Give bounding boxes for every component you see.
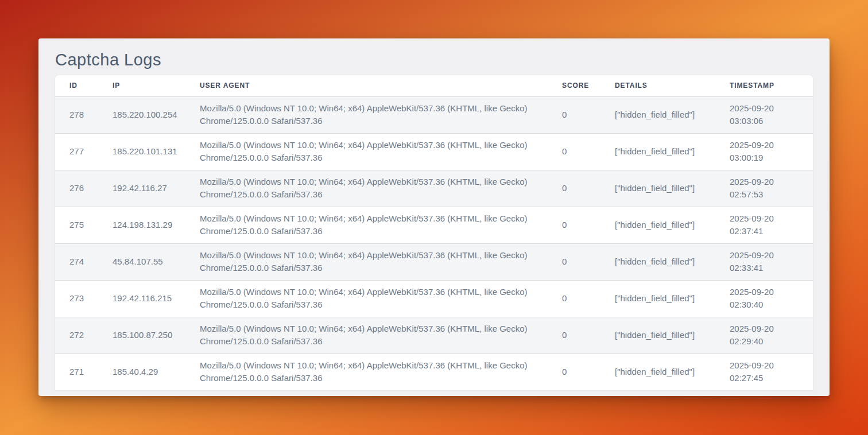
cell-id: 277: [55, 133, 98, 170]
cell-timestamp: 2025-09-20 02:37:41: [715, 207, 813, 243]
column-header-ip: IP: [98, 75, 185, 96]
table-row: 278185.220.100.254Mozilla/5.0 (Windows N…: [55, 96, 813, 133]
logs-table: IDIPUSER AGENTSCOREDETAILSTIMESTAMP 2781…: [55, 75, 813, 390]
table-row: 272185.100.87.250Mozilla/5.0 (Windows NT…: [55, 317, 813, 354]
column-header-timestamp: TIMESTAMP: [715, 75, 813, 96]
captcha-logs-card: Captcha Logs IDIPUSER AGENTSCOREDETAILST…: [38, 38, 830, 396]
cell-user_agent: Mozilla/5.0 (Windows NT 10.0; Win64; x64…: [185, 96, 548, 133]
cell-user_agent: Mozilla/5.0 (Windows NT 10.0; Win64; x64…: [185, 207, 548, 243]
column-header-details: DETAILS: [600, 75, 715, 96]
cell-score: 0: [548, 280, 600, 317]
table-row: 273192.42.116.215Mozilla/5.0 (Windows NT…: [55, 280, 813, 317]
table-row: 276192.42.116.27Mozilla/5.0 (Windows NT …: [55, 170, 813, 207]
cell-ip: 185.40.4.29: [98, 354, 185, 390]
cell-ip: 45.84.107.55: [98, 243, 185, 280]
cell-timestamp: 2025-09-20 02:57:53: [715, 170, 813, 207]
cell-timestamp: 2025-09-20 02:29:40: [715, 317, 813, 354]
cell-id: 278: [55, 96, 98, 133]
cell-details: ["hidden_field_filled"]: [600, 317, 715, 354]
cell-ip: 192.42.116.27: [98, 170, 185, 207]
cell-ip: 185.220.100.254: [98, 96, 185, 133]
cell-ip: 185.220.101.131: [98, 133, 185, 170]
cell-id: 276: [55, 170, 98, 207]
logs-table-container: IDIPUSER AGENTSCOREDETAILSTIMESTAMP 2781…: [55, 75, 813, 390]
page-background: { "page": { "title": "Captcha Logs" }, "…: [0, 0, 868, 435]
header-row: IDIPUSER AGENTSCOREDETAILSTIMESTAMP: [55, 75, 813, 96]
cell-score: 0: [548, 170, 600, 207]
cell-score: 0: [548, 207, 600, 243]
cell-details: ["hidden_field_filled"]: [600, 207, 715, 243]
table-row: 275124.198.131.29Mozilla/5.0 (Windows NT…: [55, 207, 813, 243]
table-row: 27445.84.107.55Mozilla/5.0 (Windows NT 1…: [55, 243, 813, 280]
column-header-score: SCORE: [548, 75, 600, 96]
page-title: Captcha Logs: [55, 48, 813, 72]
cell-user_agent: Mozilla/5.0 (Windows NT 10.0; Win64; x64…: [185, 354, 548, 390]
cell-id: 272: [55, 317, 98, 354]
cell-ip: 192.42.116.215: [98, 280, 185, 317]
table-row: 277185.220.101.131Mozilla/5.0 (Windows N…: [55, 133, 813, 170]
cell-details: ["hidden_field_filled"]: [600, 354, 715, 390]
cell-details: ["hidden_field_filled"]: [600, 133, 715, 170]
cell-ip: 185.100.87.250: [98, 317, 185, 354]
cell-details: ["hidden_field_filled"]: [600, 243, 715, 280]
cell-timestamp: 2025-09-20 03:03:06: [715, 96, 813, 133]
cell-details: ["hidden_field_filled"]: [600, 280, 715, 317]
cell-details: ["hidden_field_filled"]: [600, 96, 715, 133]
cell-score: 0: [548, 133, 600, 170]
cell-timestamp: 2025-09-20 02:27:45: [715, 354, 813, 390]
table-row: 271185.40.4.29Mozilla/5.0 (Windows NT 10…: [55, 354, 813, 390]
cell-id: 271: [55, 354, 98, 390]
cell-score: 0: [548, 354, 600, 390]
cell-timestamp: 2025-09-20 02:33:41: [715, 243, 813, 280]
cell-user_agent: Mozilla/5.0 (Windows NT 10.0; Win64; x64…: [185, 243, 548, 280]
cell-id: 273: [55, 280, 98, 317]
column-header-user_agent: USER AGENT: [185, 75, 548, 96]
cell-details: ["hidden_field_filled"]: [600, 170, 715, 207]
cell-user_agent: Mozilla/5.0 (Windows NT 10.0; Win64; x64…: [185, 170, 548, 207]
cell-score: 0: [548, 96, 600, 133]
cell-user_agent: Mozilla/5.0 (Windows NT 10.0; Win64; x64…: [185, 133, 548, 170]
table-header: IDIPUSER AGENTSCOREDETAILSTIMESTAMP: [55, 75, 813, 96]
cell-timestamp: 2025-09-20 02:30:40: [715, 280, 813, 317]
cell-user_agent: Mozilla/5.0 (Windows NT 10.0; Win64; x64…: [185, 317, 548, 354]
cell-user_agent: Mozilla/5.0 (Windows NT 10.0; Win64; x64…: [185, 280, 548, 317]
cell-id: 275: [55, 207, 98, 243]
cell-timestamp: 2025-09-20 03:00:19: [715, 133, 813, 170]
cell-ip: 124.198.131.29: [98, 207, 185, 243]
cell-id: 274: [55, 243, 98, 280]
cell-score: 0: [548, 317, 600, 354]
table-body: 278185.220.100.254Mozilla/5.0 (Windows N…: [55, 96, 813, 390]
cell-score: 0: [548, 243, 600, 280]
column-header-id: ID: [55, 75, 98, 96]
